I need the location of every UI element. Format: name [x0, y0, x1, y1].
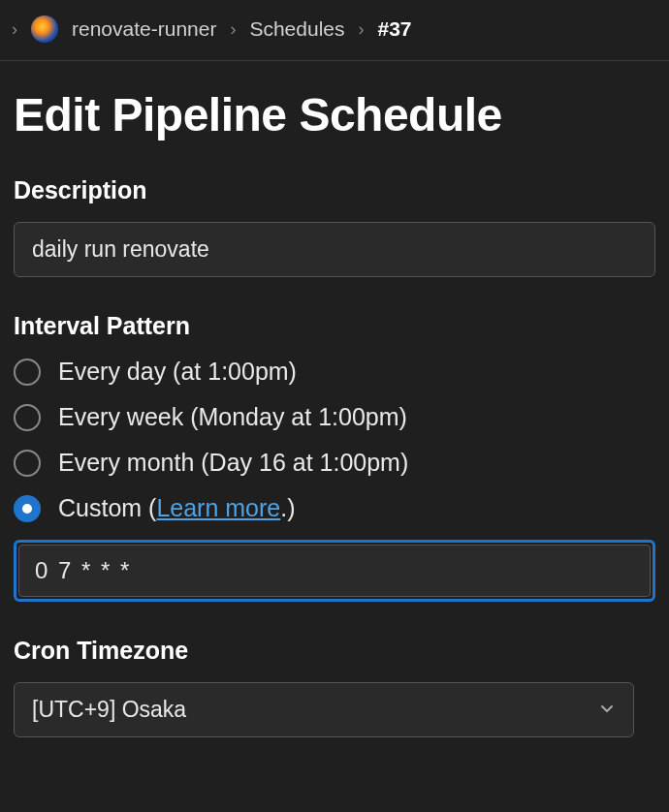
chevron-right-icon: ›: [230, 19, 236, 40]
breadcrumb-section[interactable]: Schedules: [249, 17, 344, 41]
project-avatar: [31, 16, 58, 43]
interval-option-monthly[interactable]: Every month (Day 16 at 1:00pm): [14, 449, 655, 477]
interval-label: Interval Pattern: [14, 312, 655, 340]
interval-radio-list: Every day (at 1:00pm) Every week (Monday…: [14, 358, 655, 522]
timezone-label: Cron Timezone: [14, 637, 655, 665]
custom-suffix: .): [280, 494, 295, 521]
radio-icon: [14, 495, 41, 522]
page-title: Edit Pipeline Schedule: [14, 88, 655, 141]
main-content: Edit Pipeline Schedule Description Inter…: [0, 61, 669, 737]
chevron-right-icon: ›: [359, 19, 365, 40]
chevron-right-icon: ›: [12, 19, 17, 40]
breadcrumb-project[interactable]: renovate-runner: [72, 17, 216, 41]
custom-prefix: Custom (: [58, 494, 156, 521]
timezone-select-wrap: [14, 682, 634, 737]
description-section: Description: [14, 176, 655, 277]
radio-icon: [14, 359, 41, 386]
cron-input[interactable]: [18, 545, 651, 597]
interval-option-custom[interactable]: Custom (Learn more.): [14, 494, 655, 522]
radio-icon: [14, 450, 41, 477]
description-label: Description: [14, 176, 655, 204]
interval-option-label: Custom (Learn more.): [58, 494, 296, 522]
interval-option-weekly[interactable]: Every week (Monday at 1:00pm): [14, 403, 655, 431]
interval-option-label: Every day (at 1:00pm): [58, 358, 297, 386]
breadcrumb: › renovate-runner › Schedules › #37: [0, 0, 669, 61]
timezone-select[interactable]: [14, 682, 634, 737]
description-input[interactable]: [14, 222, 655, 277]
learn-more-link[interactable]: Learn more: [156, 494, 280, 521]
interval-section: Interval Pattern Every day (at 1:00pm) E…: [14, 312, 655, 602]
interval-option-label: Every month (Day 16 at 1:00pm): [58, 449, 408, 477]
interval-option-daily[interactable]: Every day (at 1:00pm): [14, 358, 655, 386]
timezone-section: Cron Timezone: [14, 637, 655, 737]
breadcrumb-current: #37: [378, 17, 412, 41]
interval-option-label: Every week (Monday at 1:00pm): [58, 403, 407, 431]
cron-input-focus-ring: [14, 540, 655, 602]
radio-icon: [14, 404, 41, 431]
